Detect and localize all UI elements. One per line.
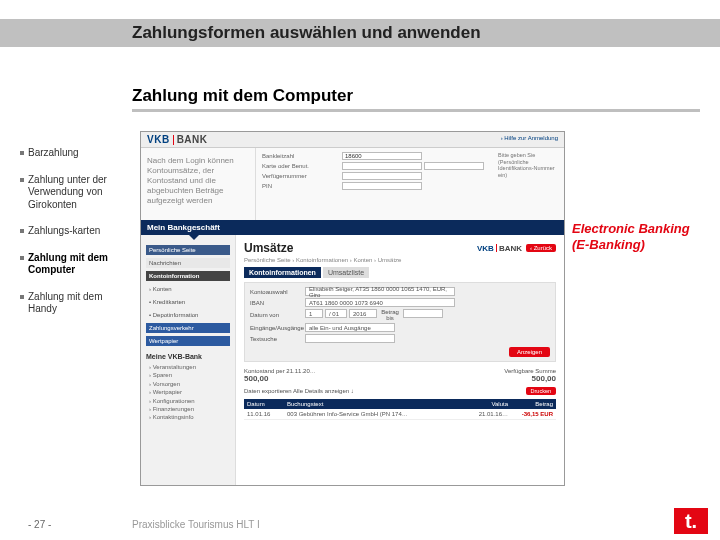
- topic-label: Zahlungs-karten: [28, 225, 100, 238]
- trx-date: 11.01.16: [244, 409, 284, 419]
- show-button[interactable]: Anzeigen: [509, 347, 550, 357]
- bullet-icon: [20, 229, 24, 233]
- arrow-down-icon: [189, 235, 199, 240]
- nav-personal[interactable]: Persönliche Seite: [146, 245, 230, 255]
- bank-code-input[interactable]: 18600: [342, 152, 422, 160]
- section-subtitle: Zahlung mit dem Computer: [132, 84, 700, 112]
- section-subtitle-text: Zahlung mit dem Computer: [132, 86, 353, 106]
- nav-cards[interactable]: • Kreditkarten: [146, 297, 230, 307]
- bullet-icon: [20, 151, 24, 155]
- topic-sidebar: Barzahlung Zahlung unter der Verwendung …: [20, 147, 128, 330]
- left-nav: Persönliche Seite Nachrichten Kontoinfor…: [141, 235, 236, 485]
- topic-item: Zahlung unter der Verwendung von Girokon…: [20, 174, 128, 212]
- export-link[interactable]: Daten exportieren Alle Details anzeigen …: [244, 388, 354, 394]
- topic-item: Barzahlung: [20, 147, 128, 160]
- nav-sub-link[interactable]: › Wertpapier: [149, 388, 230, 396]
- page-number: - 27 -: [28, 519, 51, 530]
- help-link[interactable]: › Hilfe zur Anmeldung: [501, 135, 558, 144]
- pin-input[interactable]: [342, 182, 422, 190]
- col-date: Datum: [244, 399, 284, 409]
- transaction-row[interactable]: 11.01.16 003 Gebühren Info-Service GmbH …: [244, 409, 556, 420]
- main-content: Persönliche Seite Nachrichten Kontoinfor…: [141, 235, 564, 485]
- bullet-icon: [20, 295, 24, 299]
- topic-label: Barzahlung: [28, 147, 79, 160]
- nav-payments[interactable]: Zahlungsverkehr: [146, 323, 230, 333]
- date-year[interactable]: 2016: [349, 309, 377, 318]
- amount-to-input[interactable]: [403, 309, 443, 318]
- nav-sub-link[interactable]: › Vorsorgen: [149, 380, 230, 388]
- transactions-header: Datum Buchungstext Valuta Betrag: [244, 399, 556, 409]
- nav-sub-link[interactable]: › Konfigurationen: [149, 397, 230, 405]
- nav-head-accountinfo[interactable]: Kontoinformation: [146, 271, 230, 281]
- topic-item: Zahlung mit dem Handy: [20, 291, 128, 316]
- bank-logo: VKB BANK: [147, 135, 208, 144]
- ebanking-screenshot: VKB BANK › Hilfe zur Anmeldung Nach dem …: [140, 131, 565, 486]
- tab-transactions[interactable]: Umsatzliste: [323, 267, 369, 278]
- nav-sub-link[interactable]: › Kontaktingsinfo: [149, 413, 230, 421]
- card-input[interactable]: [342, 162, 422, 170]
- breadcrumb: Persönliche Seite › Kontoinformationen ›…: [244, 257, 556, 263]
- print-button[interactable]: Drucken: [526, 387, 556, 395]
- bank-logo-vkb: VKB: [147, 134, 170, 145]
- slide-title-bar: Zahlungsformen auswählen und anwenden: [0, 19, 720, 47]
- nav-depot[interactable]: • Depotinformation: [146, 310, 230, 320]
- topic-item: Zahlungs-karten: [20, 225, 128, 238]
- col-text: Buchungstext: [284, 399, 466, 409]
- form-label: Kontoauswahl: [250, 289, 305, 295]
- bank-logo-bank: BANK: [177, 134, 208, 145]
- nav-messages[interactable]: Nachrichten: [146, 258, 230, 268]
- text-search-input[interactable]: [305, 334, 395, 343]
- filter-select[interactable]: alle Ein- und Ausgänge: [305, 323, 395, 332]
- date-day[interactable]: 1: [305, 309, 323, 318]
- footer-source: Praxisblicke Tourismus HLT I: [132, 519, 260, 530]
- bank-logo-small: VKB BANK: [477, 244, 522, 253]
- topic-item-active: Zahlung mit dem Computer: [20, 252, 128, 277]
- pin-side-note: Bitte geben Sie (Persönliche Identifikat…: [494, 148, 564, 220]
- field-label: Karte oder Benut.: [262, 163, 342, 169]
- bank-logo-divider: [173, 135, 174, 145]
- form-label: Eingänge/Ausgänge: [250, 325, 305, 331]
- form-label-bis: Betrag bis: [379, 309, 401, 321]
- col-amount: Betrag: [511, 399, 556, 409]
- trx-text: 003 Gebühren Info-Service GmbH (PN 174…: [284, 409, 466, 419]
- user-number-input[interactable]: [342, 172, 422, 180]
- date-month[interactable]: / 01: [325, 309, 347, 318]
- annotation-line2: (E-Banking): [572, 237, 712, 253]
- back-button[interactable]: ‹ Zurück: [526, 244, 556, 252]
- account-panel: Umsätze VKB BANK ‹ Zurück Persönliche Se…: [236, 235, 564, 485]
- field-label: Bankleitzahl: [262, 153, 342, 159]
- panel-title: Umsätze: [244, 241, 293, 255]
- annotation-line1: Electronic Banking: [572, 221, 712, 237]
- nav-accounts[interactable]: › Konten: [146, 284, 230, 294]
- annotation-ebanking: Electronic Banking (E-Banking): [572, 221, 712, 252]
- login-form-area: Nach dem Login können Kontoumsätze, der …: [141, 148, 564, 220]
- topic-label: Zahlung mit dem Handy: [28, 291, 128, 316]
- bank-header: VKB BANK › Hilfe zur Anmeldung: [141, 132, 564, 148]
- col-valuta: Valuta: [466, 399, 511, 409]
- account-select[interactable]: Elisabeth Seiger, AT35 1860 0000 1065 14…: [305, 287, 455, 296]
- filter-form: KontoauswahlElisabeth Seiger, AT35 1860 …: [244, 282, 556, 362]
- login-note: Nach dem Login können Kontoumsätze, der …: [141, 148, 256, 220]
- nav-securities[interactable]: Wertpapier: [146, 336, 230, 346]
- main-nav-bar: Mein Bankgeschäft: [141, 220, 564, 235]
- publisher-logo: t.: [674, 508, 708, 534]
- bullet-icon: [20, 256, 24, 260]
- trx-amount: -36,15 EUR: [511, 409, 556, 419]
- nav-sub-link[interactable]: › Veranstaltungen: [149, 363, 230, 371]
- field-label: Verfügernummer: [262, 173, 342, 179]
- card-input-2[interactable]: [424, 162, 484, 170]
- topic-label: Zahlung mit dem Computer: [28, 252, 128, 277]
- available-value: 500,00: [504, 374, 556, 383]
- slide-title: Zahlungsformen auswählen und anwenden: [132, 23, 481, 43]
- nav-sub-link[interactable]: › Sparen: [149, 371, 230, 379]
- trx-valuta: 21.01.16…: [466, 409, 511, 419]
- field-label: PIN: [262, 183, 342, 189]
- form-label: IBAN: [250, 300, 305, 306]
- main-nav-label: Mein Bankgeschäft: [147, 223, 220, 232]
- nav-subhead: Meine VKB-Bank: [146, 353, 230, 360]
- bullet-icon: [20, 178, 24, 182]
- nav-sub-link[interactable]: › Finanzierungen: [149, 405, 230, 413]
- tab-account-info[interactable]: Kontoinformationen: [244, 267, 321, 278]
- form-label: Datum von: [250, 312, 305, 318]
- form-label: Textsuche: [250, 336, 305, 342]
